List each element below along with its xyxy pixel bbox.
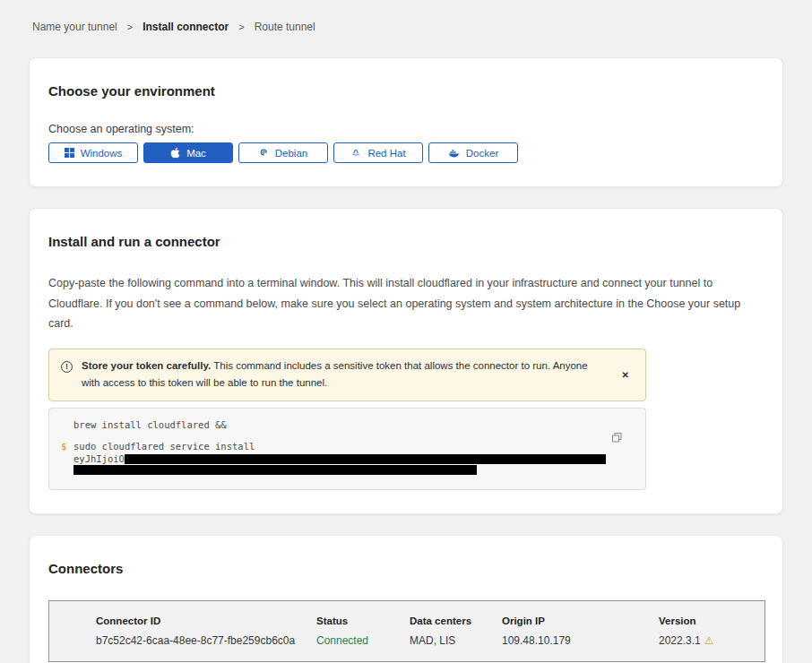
os-button-label: Windows	[81, 148, 123, 159]
cell-origin-ip: 109.48.10.179	[502, 634, 659, 647]
copy-icon[interactable]	[611, 432, 623, 446]
os-button-label: Mac	[186, 148, 206, 159]
cell-status: Connected	[316, 634, 410, 647]
apple-icon	[170, 147, 180, 159]
column-header-connector-id: Connector ID	[96, 616, 316, 626]
connectors-table-header-row: Connector ID Status Data centers Origin …	[96, 616, 764, 626]
os-button-redhat[interactable]: Red Hat	[333, 142, 423, 163]
alert-circle-icon: !	[61, 361, 73, 373]
environment-card-title: Choose your environment	[48, 83, 764, 99]
cell-data-centers: MAD, LIS	[410, 634, 502, 647]
os-button-mac[interactable]: Mac	[143, 142, 233, 163]
code-line-service-install: $ sudo cloudflared service install eyJhI…	[73, 440, 609, 478]
column-header-version: Version	[659, 616, 764, 626]
os-button-docker[interactable]: Docker	[428, 142, 518, 163]
token-prefix: eyJhIjoiO	[73, 454, 125, 464]
breadcrumb-separator: >	[127, 22, 133, 32]
warning-triangle-icon: ⚠	[704, 634, 714, 647]
breadcrumb: Name your tunnel > Install connector > R…	[29, 0, 783, 57]
install-card-description: Copy-paste the following command into a …	[48, 273, 764, 334]
column-header-data-centers: Data centers	[410, 616, 502, 626]
connectors-table: Connector ID Status Data centers Origin …	[48, 600, 765, 662]
column-header-origin-ip: Origin IP	[502, 616, 659, 626]
code-command-text: sudo cloudflared service install	[73, 440, 609, 453]
page-container: Name your tunnel > Install connector > R…	[0, 0, 812, 663]
cell-version: 2022.3.1⚠	[659, 634, 764, 647]
environment-card: Choose your environment Choose an operat…	[29, 57, 783, 187]
cell-connector-id: b7c52c42-6caa-48ee-8c77-fbe259cb6c0a	[96, 634, 316, 647]
version-value: 2022.3.1	[659, 634, 701, 647]
os-button-label: Red Hat	[367, 148, 405, 159]
token-line: eyJhIjoiO	[73, 454, 609, 464]
install-command-codeblock: brew install cloudflared && $ sudo cloud…	[48, 408, 646, 490]
column-header-status: Status	[316, 616, 410, 626]
breadcrumb-item-route-tunnel[interactable]: Route tunnel	[255, 21, 315, 33]
warning-text: Store your token carefully. This command…	[82, 357, 606, 393]
os-button-group: Windows Mac Debian Red Hat	[48, 142, 764, 163]
os-button-label: Debian	[275, 148, 307, 159]
install-card-title: Install and run a connector	[48, 234, 764, 249]
connectors-card-title: Connectors	[48, 561, 764, 576]
docker-icon	[448, 148, 460, 158]
os-select-label: Choose an operating system:	[48, 123, 764, 135]
connectors-card: Connectors Connector ID Status Data cent…	[29, 535, 783, 663]
os-button-label: Docker	[466, 148, 498, 159]
redacted-token-bar	[125, 454, 606, 464]
debian-icon	[259, 148, 269, 158]
breadcrumb-item-install-connector[interactable]: Install connector	[143, 21, 229, 33]
os-button-windows[interactable]: Windows	[48, 142, 138, 163]
shell-prompt: $	[61, 440, 66, 453]
install-connector-card: Install and run a connector Copy-paste t…	[29, 208, 783, 514]
windows-icon	[65, 148, 74, 158]
token-warning-banner: ! Store your token carefully. This comma…	[48, 349, 646, 402]
breadcrumb-item-name-tunnel[interactable]: Name your tunnel	[32, 21, 117, 33]
redacted-token-bar	[73, 465, 477, 475]
os-button-debian[interactable]: Debian	[238, 142, 328, 163]
code-line-brew: brew install cloudflared &&	[73, 419, 609, 430]
connectors-table-row: b7c52c42-6caa-48ee-8c77-fbe259cb6c0a Con…	[96, 626, 764, 647]
redhat-icon	[350, 148, 361, 158]
breadcrumb-separator: >	[238, 22, 244, 32]
close-icon[interactable]: ✕	[617, 366, 635, 383]
warning-title: Store your token carefully.	[82, 360, 211, 371]
